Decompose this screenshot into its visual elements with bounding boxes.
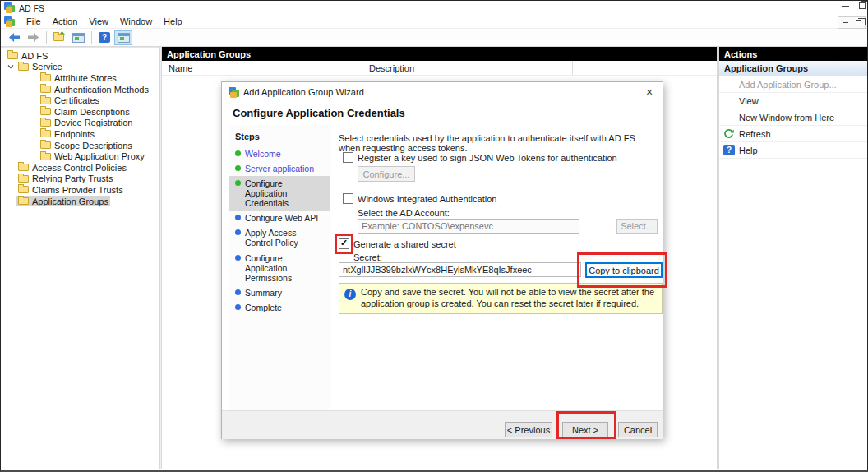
secret-label: Secret: — [353, 252, 382, 262]
chevron-down-icon[interactable] — [7, 62, 15, 71]
action-add-application-group: Add Application Group... — [719, 76, 867, 93]
register-key-label: Register a key used to sign JSON Web Tok… — [358, 153, 617, 163]
ad-account-input — [358, 219, 579, 234]
tree-item-claim-descriptions[interactable]: Claim Descriptions — [1, 106, 159, 118]
menu-action[interactable]: Action — [47, 16, 84, 27]
tree-item-claims-provider-trusts[interactable]: Claims Provider Trusts — [1, 184, 159, 196]
tree-item-adfs[interactable]: AD FS — [1, 50, 159, 62]
wizard-title: Add Application Group Wizard — [243, 87, 364, 97]
folder-icon — [40, 153, 51, 160]
secret-input[interactable] — [339, 262, 581, 277]
refresh-icon — [723, 128, 734, 139]
select-button: Select... — [616, 219, 658, 234]
step-dot — [235, 215, 241, 220]
register-key-checkbox[interactable] — [343, 152, 353, 163]
column-description[interactable]: Description — [362, 61, 573, 75]
tree-item-web-application-proxy[interactable]: Web Application Proxy — [1, 150, 159, 162]
back-icon[interactable] — [5, 30, 23, 45]
tree-item-attribute-stores[interactable]: Attribute Stores — [1, 72, 159, 84]
register-key-row: Register a key used to sign JSON Web Tok… — [343, 152, 617, 163]
toolbar: ? — [1, 29, 867, 47]
window-title: AD FS — [19, 3, 44, 13]
title-bar: AD FS — [1, 1, 867, 15]
console-icon — [4, 16, 16, 27]
step-dot — [235, 150, 241, 156]
folder-icon — [40, 108, 51, 115]
wizard-steps-panel: Steps Welcome Server application Configu… — [229, 125, 330, 410]
tree-item-device-registration[interactable]: Device Registration — [1, 118, 159, 129]
step-apply-access-control-policy: Apply Access Control Policy — [229, 225, 330, 250]
child-restore-icon[interactable] — [852, 17, 865, 28]
generate-shared-secret-checkbox[interactable] — [339, 238, 349, 249]
restore-icon[interactable] — [859, 2, 866, 9]
tree-item-access-control-policies[interactable]: Access Control Policies — [1, 162, 159, 174]
action-help[interactable]: ? Help — [719, 142, 867, 159]
cancel-button[interactable]: Cancel — [618, 422, 658, 437]
step-complete: Complete — [229, 300, 330, 315]
wizard-button-bar: < Previous Next > Cancel — [222, 410, 663, 439]
menu-file[interactable]: File — [21, 16, 47, 27]
help-toolbar-icon[interactable]: ? — [95, 30, 113, 45]
copy-to-clipboard-button[interactable]: Copy to clipboard — [585, 262, 663, 278]
step-summary: Summary — [229, 285, 330, 300]
folder-icon — [40, 119, 51, 127]
close-icon[interactable]: × — [639, 84, 659, 100]
tree-item-service[interactable]: Service — [1, 62, 159, 73]
properties-window-icon[interactable] — [114, 30, 132, 45]
info-icon: i — [344, 289, 356, 300]
show-console-tree-icon[interactable] — [69, 30, 87, 45]
minimize-icon[interactable] — [842, 6, 849, 7]
next-button[interactable]: Next > — [562, 422, 608, 437]
export-list-icon[interactable] — [50, 30, 68, 45]
step-dot — [235, 289, 241, 295]
folder-icon — [18, 164, 29, 171]
folder-icon — [7, 52, 18, 59]
wizard-content: Select credentials used by the applicati… — [334, 125, 658, 410]
actions-group-header[interactable]: Application Groups — [719, 61, 867, 76]
actions-pane: Actions Application Groups Add Applicati… — [719, 47, 867, 469]
wizard-heading: Configure Application Credentials — [233, 107, 405, 119]
tree-item-application-groups[interactable]: Application Groups — [1, 196, 159, 207]
wia-checkbox[interactable] — [343, 193, 353, 204]
intro-text: Select credentials used by the applicati… — [339, 133, 656, 153]
menu-window[interactable]: Window — [114, 16, 158, 27]
folder-icon — [18, 197, 29, 205]
action-refresh[interactable]: Refresh — [719, 126, 867, 142]
ad-account-label: Select the AD Account: — [358, 208, 450, 218]
menu-help[interactable]: Help — [158, 16, 188, 27]
tree-item-certificates[interactable]: Certificates — [1, 95, 159, 106]
folder-icon — [40, 74, 51, 81]
info-text: Copy and save the secret. You will not b… — [361, 287, 655, 310]
folder-icon — [40, 141, 51, 149]
actions-header: Actions — [719, 47, 867, 61]
column-name[interactable]: Name — [162, 61, 362, 75]
app-window: AD FS File Action View Window Help ? — [0, 0, 868, 472]
action-view[interactable]: View — [719, 93, 867, 109]
tree-item-endpoints[interactable]: Endpoints — [1, 128, 159, 140]
child-minimize-icon[interactable] — [838, 17, 852, 28]
step-welcome[interactable]: Welcome — [229, 146, 330, 161]
step-server-application[interactable]: Server application — [229, 161, 330, 176]
add-application-group-wizard: Add Application Group Wizard × Configure… — [221, 81, 663, 439]
step-configure-web-api: Configure Web API — [229, 211, 330, 225]
step-dot — [235, 304, 241, 310]
tree-item-authentication-methods[interactable]: Authentication Methods — [1, 84, 159, 95]
toolbar-separator — [91, 31, 92, 44]
action-new-window-from-here[interactable]: New Window from Here — [719, 109, 867, 126]
wia-row: Windows Integrated Authentication — [343, 193, 496, 204]
folder-icon — [18, 186, 29, 193]
step-dot — [235, 165, 241, 171]
wia-label: Windows Integrated Authentication — [358, 194, 496, 204]
folder-icon — [40, 130, 51, 137]
tree-item-scope-descriptions[interactable]: Scope Descriptions — [1, 140, 159, 151]
help-icon: ? — [723, 145, 735, 155]
tree-item-relying-party-trusts[interactable]: Relying Party Trusts — [1, 174, 159, 185]
forward-icon[interactable] — [24, 30, 42, 45]
console-tree: AD FS Service Attribute Stores Authentic… — [1, 47, 159, 469]
previous-button[interactable]: < Previous — [505, 422, 552, 437]
folder-icon — [40, 86, 51, 93]
menu-bar: File Action View Window Help — [1, 15, 867, 29]
steps-header: Steps — [229, 130, 330, 146]
wizard-icon — [229, 87, 240, 98]
menu-view[interactable]: View — [83, 16, 114, 27]
